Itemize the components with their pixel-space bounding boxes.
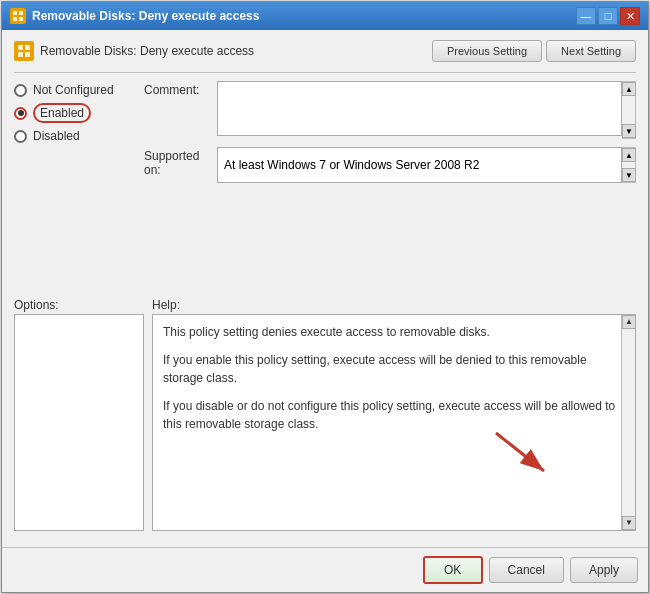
dialog-title: Removable Disks: Deny execute access bbox=[14, 41, 254, 61]
supported-label: Supported on: bbox=[144, 147, 209, 183]
disabled-option[interactable]: Disabled bbox=[14, 129, 136, 143]
minimize-button[interactable]: — bbox=[576, 7, 596, 25]
comment-section: Comment: ▲ ▼ bbox=[144, 81, 636, 139]
svg-rect-5 bbox=[25, 45, 30, 50]
svg-rect-1 bbox=[19, 11, 23, 15]
next-setting-button[interactable]: Next Setting bbox=[546, 40, 636, 62]
supported-area: At least Windows 7 or Windows Server 200… bbox=[217, 147, 636, 183]
help-panel: This policy setting denies execute acces… bbox=[152, 314, 636, 531]
lower-wrapper: This policy setting denies execute acces… bbox=[14, 314, 636, 531]
section-labels: Options: Help: bbox=[14, 298, 636, 312]
sup-scroll-down[interactable]: ▼ bbox=[622, 168, 636, 182]
content-area: Removable Disks: Deny execute access Pre… bbox=[2, 30, 648, 541]
not-configured-label: Not Configured bbox=[33, 83, 114, 97]
not-configured-radio[interactable] bbox=[14, 84, 27, 97]
comment-input[interactable] bbox=[217, 81, 622, 136]
enabled-label-highlight: Enabled bbox=[33, 103, 91, 123]
enabled-radio[interactable] bbox=[14, 107, 27, 120]
left-panel: Not Configured Enabled Disabled bbox=[14, 81, 144, 298]
help-scroll-up[interactable]: ▲ bbox=[622, 315, 636, 329]
svg-rect-3 bbox=[19, 17, 23, 21]
help-scrollbar: ▲ ▼ bbox=[621, 315, 635, 530]
enabled-option[interactable]: Enabled bbox=[14, 103, 136, 123]
window-title: Removable Disks: Deny execute access bbox=[32, 9, 259, 23]
dialog-title-text: Removable Disks: Deny execute access bbox=[40, 44, 254, 58]
options-heading: Options: bbox=[14, 298, 144, 312]
help-text: This policy setting denies execute acces… bbox=[163, 323, 625, 433]
enabled-label: Enabled bbox=[40, 106, 84, 120]
svg-rect-2 bbox=[13, 17, 17, 21]
title-bar-left: Removable Disks: Deny execute access bbox=[10, 8, 259, 24]
supported-scrollbar: ▲ ▼ bbox=[622, 147, 636, 183]
nav-buttons: Previous Setting Next Setting bbox=[432, 40, 636, 62]
right-panel: Comment: ▲ ▼ Supported on: bbox=[144, 81, 636, 298]
window-controls: — □ ✕ bbox=[576, 7, 640, 25]
header-row: Removable Disks: Deny execute access Pre… bbox=[14, 40, 636, 62]
cancel-button[interactable]: Cancel bbox=[489, 557, 564, 583]
maximize-button[interactable]: □ bbox=[598, 7, 618, 25]
help-para-1: This policy setting denies execute acces… bbox=[163, 323, 625, 341]
not-configured-option[interactable]: Not Configured bbox=[14, 83, 136, 97]
apply-button[interactable]: Apply bbox=[570, 557, 638, 583]
options-panel bbox=[14, 314, 144, 531]
prev-setting-button[interactable]: Previous Setting bbox=[432, 40, 542, 62]
ok-button[interactable]: OK bbox=[423, 556, 483, 584]
help-para-3: If you disable or do not configure this … bbox=[163, 397, 625, 433]
help-box: This policy setting denies execute acces… bbox=[152, 314, 636, 531]
svg-rect-7 bbox=[25, 52, 30, 57]
supported-value: At least Windows 7 or Windows Server 200… bbox=[217, 147, 622, 183]
scroll-track bbox=[622, 96, 635, 124]
main-window: Removable Disks: Deny execute access — □… bbox=[1, 1, 649, 593]
comment-scrollbar: ▲ ▼ bbox=[622, 81, 636, 139]
help-scroll-track bbox=[622, 329, 635, 516]
separator bbox=[14, 72, 636, 73]
window-icon bbox=[10, 8, 26, 24]
main-area: Not Configured Enabled Disabled bbox=[14, 81, 636, 298]
sup-scroll-up[interactable]: ▲ bbox=[622, 148, 636, 162]
title-bar: Removable Disks: Deny execute access — □… bbox=[2, 2, 648, 30]
help-scroll-down[interactable]: ▼ bbox=[622, 516, 636, 530]
close-button[interactable]: ✕ bbox=[620, 7, 640, 25]
svg-rect-6 bbox=[18, 52, 23, 57]
scroll-up-btn[interactable]: ▲ bbox=[622, 82, 636, 96]
disabled-radio[interactable] bbox=[14, 130, 27, 143]
svg-rect-0 bbox=[13, 11, 17, 15]
comment-label: Comment: bbox=[144, 81, 209, 139]
help-heading: Help: bbox=[152, 298, 180, 312]
lower-area: This policy setting denies execute acces… bbox=[14, 314, 636, 531]
disabled-label: Disabled bbox=[33, 129, 80, 143]
radio-group: Not Configured Enabled Disabled bbox=[14, 83, 136, 143]
scroll-down-btn[interactable]: ▼ bbox=[622, 124, 636, 138]
dialog-icon bbox=[14, 41, 34, 61]
footer: OK Cancel Apply bbox=[2, 547, 648, 592]
supported-text: At least Windows 7 or Windows Server 200… bbox=[224, 158, 479, 172]
svg-rect-4 bbox=[18, 45, 23, 50]
help-para-2: If you enable this policy setting, execu… bbox=[163, 351, 625, 387]
comment-area: ▲ ▼ bbox=[217, 81, 636, 139]
supported-section: Supported on: At least Windows 7 or Wind… bbox=[144, 147, 636, 183]
